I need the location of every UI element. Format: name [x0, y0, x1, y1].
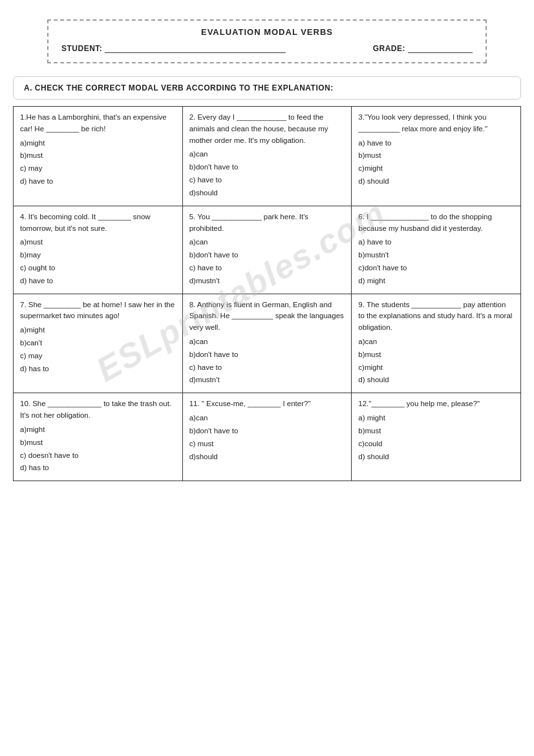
grade-field[interactable]	[408, 43, 473, 53]
question-cell: 11. " Excuse-me, ________ I enter?"a)can…	[182, 393, 352, 481]
options-list: a) mightb)mustc)couldd) should	[358, 413, 514, 462]
option-item[interactable]: a)can	[189, 336, 345, 348]
option-item[interactable]: d)should	[189, 188, 345, 199]
student-label: STUDENT:	[61, 44, 102, 53]
option-item[interactable]: a)can	[189, 413, 345, 424]
option-item[interactable]: c) must	[189, 438, 345, 450]
options-list: a)canb)don't have toc) mustd)should	[189, 413, 345, 462]
option-item[interactable]: c) ought to	[20, 263, 176, 274]
question-cell: 12."________ you help me, please?"a) mig…	[352, 393, 521, 481]
question-text: 3."You look very depressed, I think you …	[358, 112, 514, 135]
option-item[interactable]: d) might	[358, 275, 514, 287]
option-item[interactable]: b)must	[20, 437, 176, 449]
question-text: 2. Every day I ____________ to feed the …	[189, 112, 345, 146]
question-text: 11. " Excuse-me, ________ I enter?"	[189, 398, 345, 410]
student-line: STUDENT:	[61, 43, 286, 53]
option-item[interactable]: d)should	[189, 451, 345, 463]
question-cell: 9. The students ____________ pay attenti…	[352, 294, 521, 393]
question-text: 7. She _________ be at home! I saw her i…	[20, 299, 176, 323]
option-item[interactable]: a)must	[20, 237, 176, 248]
option-item[interactable]: c)don't have to	[358, 263, 514, 274]
option-item[interactable]: b)must	[20, 150, 176, 162]
option-item[interactable]: c) have to	[189, 175, 345, 186]
question-text: 9. The students ____________ pay attenti…	[358, 299, 514, 334]
option-item[interactable]: b)can't	[20, 338, 176, 349]
question-cell: 10. She _____________ to take the trash …	[14, 393, 183, 481]
option-item[interactable]: a) might	[358, 413, 514, 424]
question-cell: 3."You look very depressed, I think you …	[352, 107, 521, 206]
student-field[interactable]	[105, 43, 286, 53]
option-item[interactable]: c)might	[358, 362, 514, 374]
options-list: a)mightb)can'tc) mayd) has to	[20, 325, 176, 374]
header-title: EVALUATION MODAL VERBS	[61, 27, 473, 37]
grade-line: GRADE:	[373, 43, 473, 53]
question-cell: 1.He has a Lamborghini, that's an expens…	[14, 107, 183, 206]
question-text: 5. You ____________ park here. It's proh…	[189, 211, 345, 235]
header-fields: STUDENT: GRADE:	[61, 43, 473, 53]
option-item[interactable]: c) have to	[189, 263, 345, 274]
question-text: 10. She _____________ to take the trash …	[20, 398, 176, 422]
question-cell: 8. Anthony is fluent in German, English …	[182, 294, 352, 393]
option-item[interactable]: a) have to	[358, 237, 514, 248]
option-item[interactable]: c) may	[20, 351, 176, 362]
question-cell: 4. It's becoming cold. It ________ snow …	[14, 206, 183, 294]
option-item[interactable]: b)don't have to	[189, 426, 345, 437]
option-item[interactable]: d)mustn't	[189, 374, 345, 386]
question-text: 12."________ you help me, please?"	[358, 398, 514, 410]
question-cell: 2. Every day I ____________ to feed the …	[182, 107, 352, 206]
question-text: 8. Anthony is fluent in German, English …	[189, 299, 345, 334]
option-item[interactable]: c)could	[358, 438, 514, 450]
option-item[interactable]: a)can	[189, 149, 345, 160]
option-item[interactable]: d) should	[358, 451, 514, 463]
options-list: a) have tob)mustc)mightd) should	[358, 138, 514, 188]
option-item[interactable]: a)can	[358, 336, 514, 348]
option-item[interactable]: b)don't have to	[189, 250, 345, 261]
option-item[interactable]: a)might	[20, 424, 176, 436]
header-box: EVALUATION MODAL VERBS STUDENT: GRADE:	[47, 19, 487, 63]
option-item[interactable]: c) have to	[189, 362, 345, 374]
option-item[interactable]: b)must	[358, 349, 514, 361]
question-text: 6. I ______________ to do the shopping b…	[358, 211, 514, 235]
options-list: a)mustb)mayc) ought tod) have to	[20, 237, 176, 286]
question-cell: 7. She _________ be at home! I saw her i…	[14, 294, 183, 393]
option-item[interactable]: b)mustn't	[358, 250, 514, 261]
option-item[interactable]: a)can	[189, 237, 345, 248]
option-item[interactable]: d) should	[358, 176, 514, 188]
option-item[interactable]: d) has to	[20, 462, 176, 474]
question-text: 1.He has a Lamborghini, that's an expens…	[20, 112, 176, 135]
option-item[interactable]: b)don't have to	[189, 349, 345, 361]
question-text: 4. It's becoming cold. It ________ snow …	[20, 211, 176, 235]
grade-label: GRADE:	[373, 44, 405, 53]
question-cell: 5. You ____________ park here. It's proh…	[182, 206, 352, 294]
options-list: a)canb)don't have toc) have tod)mustn't	[189, 336, 345, 386]
options-list: a)mightb)mustc) mayd) have to	[20, 138, 176, 188]
questions-table: 1.He has a Lamborghini, that's an expens…	[13, 106, 521, 481]
option-item[interactable]: c) may	[20, 163, 176, 175]
option-item[interactable]: d) should	[358, 374, 514, 386]
option-item[interactable]: b)must	[358, 150, 514, 162]
option-item[interactable]: c)might	[358, 163, 514, 175]
question-cell: 6. I ______________ to do the shopping b…	[352, 206, 521, 294]
option-item[interactable]: c) doesn't have to	[20, 450, 176, 462]
options-list: a)canb)don't have toc) have tod)mustn't	[189, 237, 345, 286]
option-item[interactable]: a)might	[20, 138, 176, 149]
option-item[interactable]: d) have to	[20, 176, 176, 188]
option-item[interactable]: d)mustn't	[189, 275, 345, 287]
option-item[interactable]: b)may	[20, 250, 176, 261]
options-list: a)canb)don't have toc) have tod)should	[189, 149, 345, 199]
option-item[interactable]: a)might	[20, 325, 176, 336]
option-item[interactable]: b)don't have to	[189, 162, 345, 173]
options-list: a)canb)mustc)mightd) should	[358, 336, 514, 386]
options-list: a)mightb)mustc) doesn't have tod) has to	[20, 424, 176, 474]
option-item[interactable]: d) has to	[20, 363, 176, 375]
option-item[interactable]: b)must	[358, 426, 514, 437]
options-list: a) have tob)mustn'tc)don't have tod) mig…	[358, 237, 514, 286]
option-item[interactable]: d) have to	[20, 275, 176, 287]
option-item[interactable]: a) have to	[358, 138, 514, 149]
section-a-label: A. CHECK THE CORRECT MODAL VERB ACCORDIN…	[13, 76, 521, 100]
